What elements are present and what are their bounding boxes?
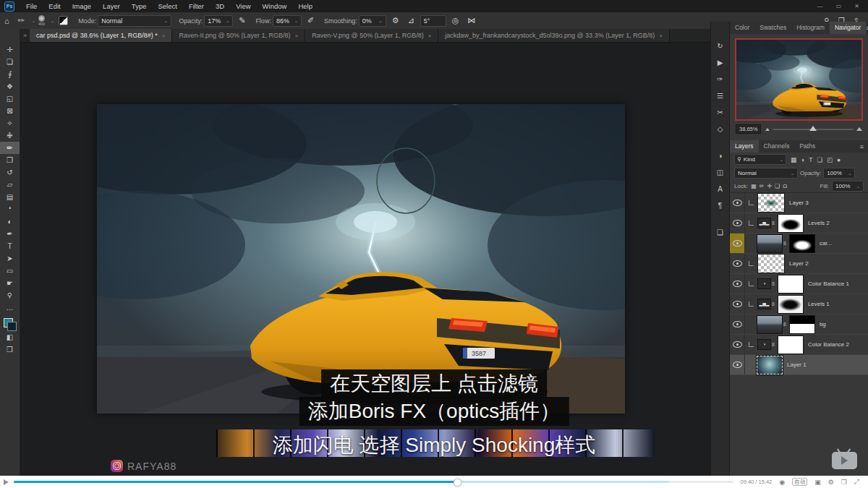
history-panel-icon[interactable]: ↻ [717,38,723,54]
menu-filter[interactable]: Filter [183,0,210,12]
move-tool[interactable]: ✛ [0,43,20,56]
visibility-toggle[interactable] [730,193,745,213]
tab-channels[interactable]: Channels [759,140,795,153]
tab-navigator[interactable]: Navigator [830,22,866,34]
document-tab-car-psd[interactable]: car psd.psd @ 38.6% (Layer 1, RGB/8#) * … [30,29,172,42]
levels-adjustment-icon[interactable]: ▂▅▂ [757,218,771,228]
menu-view[interactable]: View [230,0,256,12]
filter-shape-layers-icon[interactable]: ❏ [817,156,822,163]
layer-row-levels1[interactable]: ▂▅▂ 8 Levels 1 [730,294,868,314]
libraries-panel-icon[interactable]: ✂ [717,104,723,121]
close-tab-icon[interactable]: × [295,33,299,39]
clone-stamp-tool[interactable]: ❐ [0,154,20,166]
visibility-toggle[interactable] [730,213,745,233]
layer-row-car[interactable]: 8 car... [730,234,868,254]
menu-type[interactable]: Type [126,0,153,12]
zoom-slider-track[interactable] [773,129,854,130]
close-button[interactable]: ✕ [854,3,859,9]
layer-mask-thumbnail[interactable] [789,315,815,334]
pen-tool[interactable]: ✒ [0,228,20,240]
menu-file[interactable]: File [20,0,43,12]
panel-menu-icon[interactable]: ≡ [860,143,868,150]
color-swatches[interactable] [4,318,17,331]
layer-thumbnail[interactable] [757,254,785,273]
type-tool[interactable]: T [0,240,20,252]
frame-tool[interactable]: ⊠ [0,105,20,117]
seek-bar[interactable] [14,481,733,483]
layer-name[interactable]: Color Balance 1 [808,281,849,287]
brush-angle-field[interactable]: 5° [420,15,446,27]
layer-thumbnail[interactable] [757,356,783,374]
opacity-field[interactable]: 17% ⌄ [204,15,233,27]
visibility-toggle[interactable] [730,355,745,374]
menu-3d[interactable]: 3D [210,0,230,12]
marquee-tool[interactable]: ❏ [0,56,20,68]
tab-swatches[interactable]: Swatches [754,22,791,34]
play-button[interactable] [4,479,9,485]
close-tab-icon[interactable]: × [162,33,166,39]
airbrush-icon[interactable]: ✐ [307,16,314,25]
tab-color[interactable]: Color [730,22,754,34]
zoom-slider-thumb[interactable] [809,126,817,131]
layer-thumbnail[interactable] [757,315,783,334]
seek-handle[interactable] [454,479,461,487]
layer-fill-field[interactable]: 100% ⌄ [832,181,864,192]
dodge-tool[interactable]: ◐ [0,215,20,228]
background-color-swatch[interactable] [7,322,17,331]
zoom-tool[interactable]: ⚲ [0,289,20,301]
lock-transparency-icon[interactable]: ▦ [751,183,757,189]
tab-overflow-icon[interactable]: » [20,29,30,42]
flow-field[interactable]: 86% ⌄ [273,15,302,27]
close-tab-icon[interactable]: × [428,33,432,39]
color-balance-adjustment-icon[interactable]: ◑ [757,278,771,289]
clone-source-panel-icon[interactable]: ◫ [717,164,723,181]
layer-row-levels2[interactable]: ▂▅▂ 8 Levels 2 [730,213,868,234]
filter-pixel-layers-icon[interactable]: ▦ [791,156,796,163]
layer-comps-panel-icon[interactable]: ❏ [717,224,723,241]
lock-position-icon[interactable]: ✛ [767,183,772,189]
layer-mask-thumbnail[interactable] [778,214,804,233]
lock-paint-icon[interactable]: ✏ [760,183,765,189]
visibility-toggle[interactable] [730,274,745,294]
layer-name[interactable]: Levels 1 [808,301,830,307]
visibility-toggle[interactable] [730,335,745,354]
eraser-tool[interactable]: ▱ [0,179,20,191]
layer-mask-thumbnail[interactable] [789,234,815,253]
pressure-opacity-icon[interactable]: ✎ [239,16,245,25]
edit-toolbar-button[interactable]: … [0,301,20,314]
mask-link-icon[interactable]: 8 [772,221,775,226]
levels-adjustment-icon[interactable]: ▂▅▂ [757,299,771,309]
tab-histogram[interactable]: Histogram [791,22,830,34]
menu-window[interactable]: Window [257,0,293,12]
home-icon[interactable]: ⌂ [4,17,9,25]
visibility-toggle[interactable] [730,254,745,273]
minimize-button[interactable]: — [817,3,823,9]
hand-tool[interactable]: ☛ [0,277,20,289]
menu-layer[interactable]: Layer [97,0,126,12]
web-fullscreen-icon[interactable]: ❐ [841,479,847,486]
danmaku-settings-icon[interactable]: ▣ [814,479,821,486]
navigator-zoom-slider[interactable] [765,127,862,131]
quality-icon[interactable]: ◉ [779,479,785,486]
crop-tool[interactable]: ◱ [0,93,20,105]
symmetry-icon[interactable]: ⋈ [467,16,475,25]
zoom-out-icon[interactable] [765,128,770,131]
quick-mask-button[interactable]: ◧ [0,331,20,343]
eyedropper-tool[interactable]: ✧ [0,117,20,129]
healing-brush-tool[interactable]: ✙ [0,129,20,142]
brush-preset-picker[interactable]: 400 [38,15,45,27]
canvas-artwork[interactable]: 3587 [97,104,625,414]
visibility-toggle[interactable] [730,294,745,314]
blur-tool[interactable]: ❛ [0,203,20,215]
path-selection-tool[interactable]: ➤ [0,252,20,265]
properties-panel-icon[interactable]: ☰ [717,87,723,104]
lasso-tool[interactable]: ∮ [0,68,20,80]
menu-help[interactable]: Help [292,0,318,12]
layer-row-layer1[interactable]: Layer 1 [730,355,868,375]
actions-panel-icon[interactable]: ▶ [718,54,723,71]
filter-toggle-icon[interactable]: ● [837,156,841,163]
filter-smart-objects-icon[interactable]: ◰ [827,156,833,163]
menu-image[interactable]: Image [67,0,97,12]
character-panel-icon[interactable]: A [718,181,723,197]
quick-selection-tool[interactable]: ❖ [0,80,20,93]
